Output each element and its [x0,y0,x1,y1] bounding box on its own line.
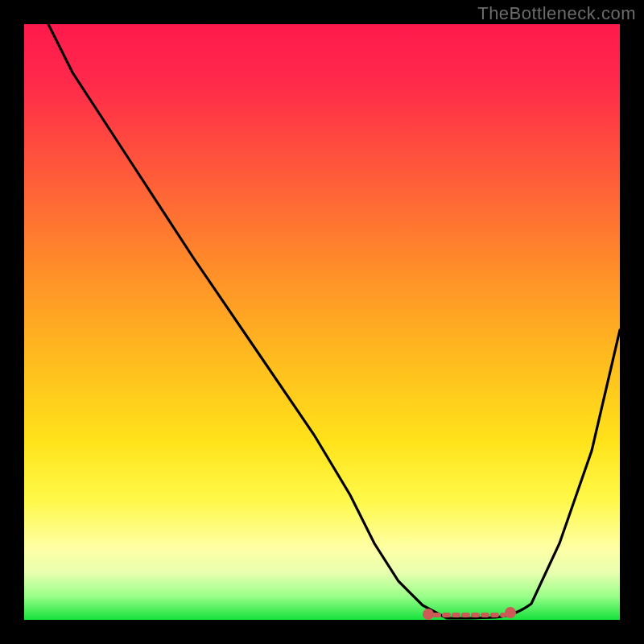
svg-point-0 [425,611,431,617]
curve-svg [24,24,620,620]
chart-frame: TheBottleneck.com [0,0,644,644]
plot-area [24,24,620,620]
flat-segment-marker [425,609,514,617]
bottleneck-curve [48,24,620,618]
svg-point-2 [507,609,514,616]
watermark-text: TheBottleneck.com [477,3,636,24]
